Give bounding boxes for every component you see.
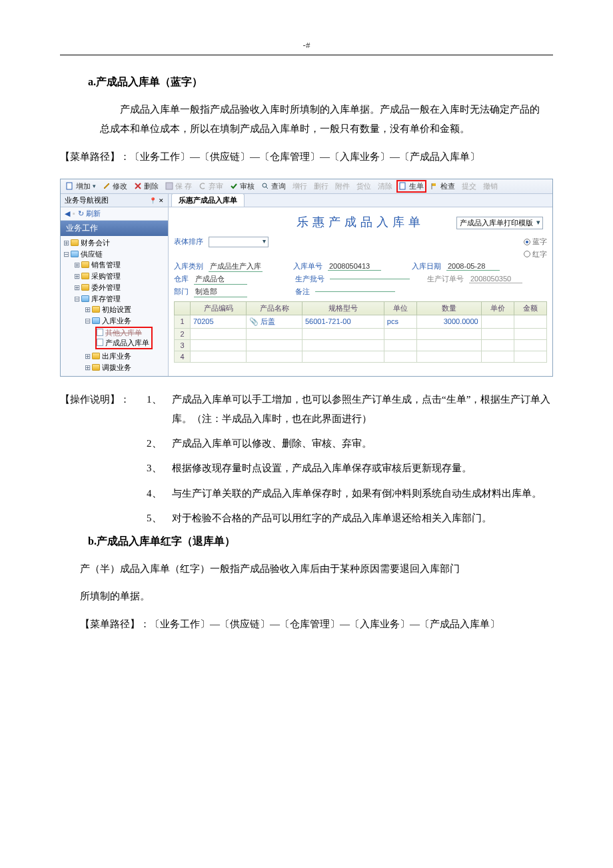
in-date-value[interactable]: 2008-05-28 bbox=[446, 262, 500, 271]
section-a-menupath: 【菜单路径】：〔业务工作〕—〔供应链〕—〔仓库管理〕—〔入库业务〕—〔产成品入库… bbox=[60, 147, 553, 167]
col-spec[interactable]: 规格型号 bbox=[303, 301, 384, 315]
modify-label: 修改 bbox=[113, 181, 127, 191]
cell-name[interactable] bbox=[247, 339, 303, 351]
drop-audit-button[interactable]: 弃审 bbox=[196, 181, 226, 192]
cell-qty[interactable] bbox=[416, 339, 481, 351]
in-date-label: 入库日期 bbox=[412, 261, 441, 271]
modify-button[interactable]: 修改 bbox=[100, 181, 130, 192]
cell-spec[interactable] bbox=[303, 351, 384, 362]
col-rownum[interactable] bbox=[175, 301, 191, 315]
cell-amount[interactable] bbox=[514, 315, 546, 328]
tree-item-product-inbound[interactable]: 产成品入库单 bbox=[97, 338, 149, 348]
table-row[interactable]: 4 bbox=[175, 351, 547, 362]
sort-dropdown[interactable] bbox=[209, 237, 269, 247]
cell-unit[interactable] bbox=[384, 328, 416, 339]
col-unit[interactable]: 单位 bbox=[384, 301, 416, 315]
attach-button[interactable]: 附件 bbox=[332, 181, 352, 192]
instr-item-1: 产成品入库单可以手工增加，也可以参照生产订单生成，点击“生单”，根据生产订单入库… bbox=[172, 390, 553, 429]
table-row[interactable]: 3 bbox=[175, 339, 547, 351]
main-toolbar: 增加 ▾ 修改 删除 保 存 弃审 审核 bbox=[61, 179, 552, 194]
tree-label: 产成品入库单 bbox=[105, 339, 149, 347]
cell-unit[interactable] bbox=[384, 339, 416, 351]
cell-price[interactable] bbox=[481, 328, 514, 339]
audit-button[interactable]: 审核 bbox=[227, 181, 257, 192]
cell-code[interactable]: 70205 bbox=[191, 315, 247, 328]
table-row[interactable]: 170205📎后盖56001-721-00pcs3000.0000 bbox=[175, 315, 547, 328]
tree-item-sales[interactable]: ⊞销售管理 bbox=[73, 259, 167, 271]
tree-item-fin[interactable]: ⊞财务会计 bbox=[62, 237, 167, 249]
in-type-value[interactable]: 产成品生产入库 bbox=[209, 261, 263, 272]
delrow-button[interactable]: 删行 bbox=[311, 181, 331, 192]
tree-item-scm[interactable]: ⊟供应链 ⊞销售管理 ⊞采购管理 ⊞委外管理 ⊟库存管理 ⊞初始设置 ⊟入库业务 bbox=[62, 249, 167, 375]
cell-rownum: 4 bbox=[175, 351, 191, 362]
locate-button[interactable]: 货位 bbox=[354, 181, 374, 192]
cell-amount[interactable] bbox=[514, 339, 546, 351]
clear-button[interactable]: 清除 bbox=[375, 181, 395, 192]
cell-name[interactable]: 📎后盖 bbox=[247, 315, 303, 328]
query-button[interactable]: 查询 bbox=[259, 181, 289, 192]
cell-qty[interactable] bbox=[416, 351, 481, 362]
tree-item-inventory[interactable]: ⊟库存管理 ⊞初始设置 ⊟入库业务 其他入库单 产成品入库单 bbox=[73, 293, 167, 374]
generate-button[interactable]: 生单 bbox=[396, 180, 426, 193]
cell-unit[interactable] bbox=[384, 351, 416, 362]
batch-value[interactable] bbox=[330, 279, 410, 279]
in-no-value[interactable]: 2008050413 bbox=[328, 262, 381, 271]
radio-red[interactable]: 红字 bbox=[524, 249, 547, 259]
cell-price[interactable] bbox=[481, 351, 514, 362]
delete-button[interactable]: 删除 bbox=[131, 181, 161, 192]
wh-value[interactable]: 产成品仓 bbox=[194, 274, 247, 285]
dept-value[interactable]: 制造部 bbox=[194, 287, 247, 297]
cell-price[interactable] bbox=[481, 339, 514, 351]
cell-code[interactable] bbox=[191, 351, 247, 362]
cell-spec[interactable]: 56001-721-00 bbox=[303, 315, 384, 328]
table-row[interactable]: 2 bbox=[175, 328, 547, 339]
tree-item-transfer[interactable]: ⊞调拨业务 bbox=[83, 362, 167, 373]
col-name[interactable]: 产品名称 bbox=[247, 301, 303, 315]
submit-button[interactable]: 提交 bbox=[459, 181, 479, 192]
tree-item-outsource[interactable]: ⊞委外管理 bbox=[73, 282, 167, 293]
page-header: -# bbox=[60, 40, 553, 55]
save-button[interactable]: 保 存 bbox=[163, 181, 195, 192]
tree-item-init[interactable]: ⊞初始设置 bbox=[83, 304, 167, 315]
tree-item-other-inbound[interactable]: 其他入库单 bbox=[97, 328, 149, 338]
revoke-button[interactable]: 撤销 bbox=[480, 181, 500, 192]
refresh-button[interactable]: ↻ 刷新 bbox=[78, 209, 101, 219]
add-button[interactable]: 增加 ▾ bbox=[63, 181, 99, 192]
remark-value[interactable] bbox=[315, 291, 395, 292]
refresh-icon: ↻ bbox=[78, 209, 84, 217]
col-price[interactable]: 单价 bbox=[481, 301, 514, 315]
tab-main[interactable]: 乐惠产成品入库单 bbox=[171, 193, 245, 207]
cell-price[interactable] bbox=[481, 315, 514, 328]
cell-qty[interactable] bbox=[416, 328, 481, 339]
inspect-button[interactable]: 检查 bbox=[428, 181, 458, 192]
col-code[interactable]: 产品编码 bbox=[191, 301, 247, 315]
tree-item-purchase[interactable]: ⊞采购管理 bbox=[73, 271, 167, 282]
radio-red-label: 红字 bbox=[532, 249, 547, 259]
cell-spec[interactable] bbox=[303, 339, 384, 351]
col-qty[interactable]: 数量 bbox=[416, 301, 481, 315]
close-icon[interactable]: ✕ bbox=[159, 197, 164, 204]
nav-pane: 业务导航视图 📍 ✕ ◀ ▪ ↻ 刷新 业务工作 ⊞财务会计 bbox=[61, 194, 169, 376]
tree-item-inbound[interactable]: ⊟入库业务 其他入库单 产成品入库单 bbox=[83, 315, 167, 351]
cell-code[interactable] bbox=[191, 328, 247, 339]
back-icon[interactable]: ◀ bbox=[65, 209, 70, 218]
cell-qty[interactable]: 3000.0000 bbox=[416, 315, 481, 328]
svg-line-3 bbox=[266, 187, 268, 189]
tree-item-outbound[interactable]: ⊞出库业务 bbox=[83, 351, 167, 362]
section-b-menupath: 【菜单路径】：〔业务工作〕—〔供应链〕—〔仓库管理〕—〔入库业务〕—〔产成品入库… bbox=[80, 615, 553, 634]
cell-name[interactable] bbox=[247, 351, 303, 362]
instr-num-2: 2、 bbox=[147, 434, 172, 453]
cell-amount[interactable] bbox=[514, 328, 546, 339]
col-amount[interactable]: 金额 bbox=[514, 301, 546, 315]
pin-icon[interactable]: 📍 bbox=[149, 197, 157, 204]
cell-code[interactable] bbox=[191, 339, 247, 351]
addrow-button[interactable]: 增行 bbox=[290, 181, 310, 192]
add-label: 增加 bbox=[76, 181, 91, 191]
cell-amount[interactable] bbox=[514, 351, 546, 362]
cell-spec[interactable] bbox=[303, 328, 384, 339]
cell-name[interactable] bbox=[247, 328, 303, 339]
instr-num-1: 1、 bbox=[147, 390, 172, 429]
cell-unit[interactable]: pcs bbox=[384, 315, 416, 328]
template-select[interactable]: 产成品入库单打印模版 bbox=[456, 217, 543, 229]
radio-blue[interactable]: 蓝字 bbox=[524, 237, 547, 247]
